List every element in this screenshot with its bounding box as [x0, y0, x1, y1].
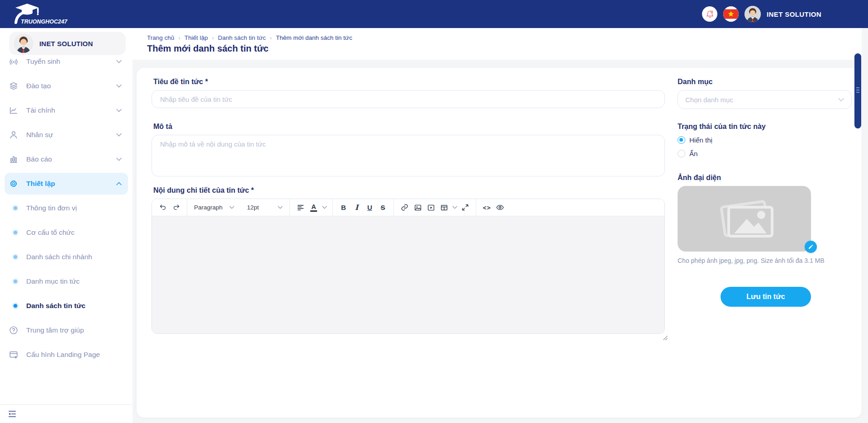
sidebar-item-danh-sach-chi-nhanh[interactable]: Danh sách chi nhánh: [5, 246, 128, 268]
category-label: Danh mục: [678, 78, 852, 86]
sidebar-item-label: Thông tin đơn vị: [26, 204, 77, 212]
sidebar-item-thong-tin-don-vi[interactable]: Thông tin đơn vị: [5, 197, 128, 219]
sidebar-item-trung-tam-tro-giup[interactable]: Trung tâm trợ giúp: [5, 319, 128, 341]
image-icon: [414, 204, 422, 212]
sidebar-item-label: Danh sách chi nhánh: [26, 253, 92, 261]
breadcrumb: Trang chủ › Thiết lập › Danh sách tin tứ…: [147, 34, 862, 41]
sidebar: Tuyển sinh Đào tạo Tài chính: [0, 28, 133, 423]
editor-content-area[interactable]: [152, 216, 664, 333]
font-size-select[interactable]: 12pt: [244, 204, 285, 211]
sidebar-item-label: Báo cáo: [26, 155, 52, 163]
redo-button[interactable]: [170, 201, 182, 214]
chevron-down-icon: [229, 206, 234, 209]
bullet-dot-icon: [8, 300, 19, 311]
description-textarea[interactable]: [152, 135, 665, 176]
breadcrumb-separator: ›: [266, 34, 276, 41]
text-color-icon: A: [310, 203, 317, 212]
edit-image-button[interactable]: [805, 241, 817, 253]
line-chart-icon: [8, 105, 19, 116]
align-left-icon: [297, 204, 304, 211]
media-icon: [427, 204, 435, 212]
language-button[interactable]: [723, 6, 739, 22]
topbar-user-name[interactable]: INET SOLUTION: [767, 10, 821, 18]
user-avatar[interactable]: [745, 6, 761, 22]
text-color-menu-button[interactable]: [321, 201, 328, 214]
sidebar-user-card[interactable]: INET SOLUTION: [9, 32, 126, 55]
chevron-down-icon: [278, 206, 283, 209]
chevron-down-icon: [322, 206, 327, 209]
collapse-sidebar-button[interactable]: [6, 408, 18, 420]
insert-image-button[interactable]: [412, 201, 424, 214]
chevron-down-icon: [838, 98, 844, 102]
sidebar-item-label: Cấu hình Landing Page: [26, 351, 100, 359]
breadcrumb-item-news-list[interactable]: Danh sách tin tức: [218, 34, 266, 41]
rich-text-editor: Paragraph 12pt: [152, 199, 665, 334]
insert-link-button[interactable]: [398, 201, 411, 214]
chevron-down-icon: [116, 60, 122, 63]
page-scrollbar-thumb[interactable]: [854, 53, 861, 128]
bold-button[interactable]: B: [337, 201, 350, 214]
bullet-dot-icon: [8, 276, 19, 287]
align-button[interactable]: [294, 201, 307, 214]
toolbar-divider: [289, 199, 290, 216]
page-header: Trang chủ › Thiết lập › Danh sách tin tứ…: [133, 28, 862, 60]
category-select[interactable]: Chọn danh mục: [678, 90, 852, 109]
source-code-button[interactable]: <>: [481, 201, 493, 214]
insert-media-button[interactable]: [425, 201, 437, 214]
breadcrumb-item-settings[interactable]: Thiết lập: [185, 34, 208, 41]
page-title: Thêm mới danh sách tin tức: [147, 43, 862, 54]
breadcrumb-item-current: Thêm mới danh sách tin tức: [276, 34, 352, 41]
breadcrumb-item-home[interactable]: Trang chủ: [147, 34, 174, 41]
sidebar-user-name: INET SOLUTION: [39, 40, 93, 48]
main-content: Trang chủ › Thiết lập › Danh sách tin tứ…: [133, 28, 868, 423]
sidebar-item-cau-hinh-landing-page[interactable]: Cấu hình Landing Page: [5, 344, 128, 366]
content-field-label: Nội dung chi tiết của tin tức *: [153, 186, 665, 195]
save-news-button[interactable]: Lưu tin tức: [721, 287, 811, 307]
avatar: [14, 34, 33, 53]
table-menu-button[interactable]: [451, 201, 458, 214]
toolbar-divider: [476, 199, 476, 216]
status-option-label: Hiển thị: [689, 136, 712, 144]
toolbar-divider: [332, 199, 333, 216]
sidebar-item-bao-cao[interactable]: Báo cáo: [5, 148, 128, 170]
underline-button[interactable]: U: [364, 201, 376, 214]
eye-icon: [496, 203, 504, 212]
menu-fold-icon: [7, 409, 17, 419]
sidebar-item-label: Đào tạo: [26, 82, 51, 90]
sidebar-item-nhan-su[interactable]: Nhân sự: [5, 124, 128, 146]
chevron-down-icon: [452, 206, 457, 209]
brand-text: TRUONGHOC247: [21, 19, 68, 25]
insert-table-button[interactable]: [438, 201, 450, 214]
undo-icon: [159, 204, 167, 211]
undo-button[interactable]: [157, 201, 169, 214]
block-format-select[interactable]: Paragraph: [191, 204, 237, 211]
radio-checked-icon: [678, 136, 685, 144]
status-option-visible[interactable]: Hiển thị: [678, 135, 852, 145]
sidebar-item-thiet-lap[interactable]: Thiết lập: [5, 173, 128, 195]
status-option-hidden[interactable]: Ẩn: [678, 148, 852, 158]
fullscreen-icon: [461, 204, 469, 211]
sidebar-item-danh-muc-tin-tuc[interactable]: Danh mục tin tức: [5, 271, 128, 292]
text-color-button[interactable]: A: [308, 201, 320, 214]
form-card: Tiêu đề tin tức * Mô tả Nội dung chi tiế…: [137, 68, 862, 418]
preview-button[interactable]: [494, 201, 506, 214]
sidebar-item-dao-tao[interactable]: Đào tạo: [5, 75, 128, 97]
bar-chart-icon: [8, 154, 19, 165]
title-input[interactable]: [152, 90, 665, 108]
italic-button[interactable]: I: [351, 201, 363, 214]
brand-logo[interactable]: TRUONGHOC247: [12, 2, 75, 26]
notifications-button[interactable]: [702, 6, 717, 22]
sidebar-item-danh-sach-tin-tuc[interactable]: Danh sách tin tức: [5, 295, 128, 317]
sidebar-item-tai-chinh[interactable]: Tài chính: [5, 100, 128, 121]
fullscreen-button[interactable]: [459, 201, 471, 214]
landing-page-icon: [8, 349, 19, 360]
breadcrumb-separator: ›: [174, 34, 184, 41]
description-field-label: Mô tả: [153, 123, 665, 131]
bullet-dot-icon: [8, 252, 19, 262]
sidebar-item-co-cau-to-chuc[interactable]: Cơ cấu tổ chức: [5, 222, 128, 243]
strikethrough-button[interactable]: S: [377, 201, 389, 214]
featured-image-placeholder[interactable]: [678, 186, 811, 252]
vietnam-flag-icon: [723, 6, 739, 22]
link-icon: [401, 204, 408, 211]
editor-resize-handle[interactable]: [661, 334, 669, 341]
